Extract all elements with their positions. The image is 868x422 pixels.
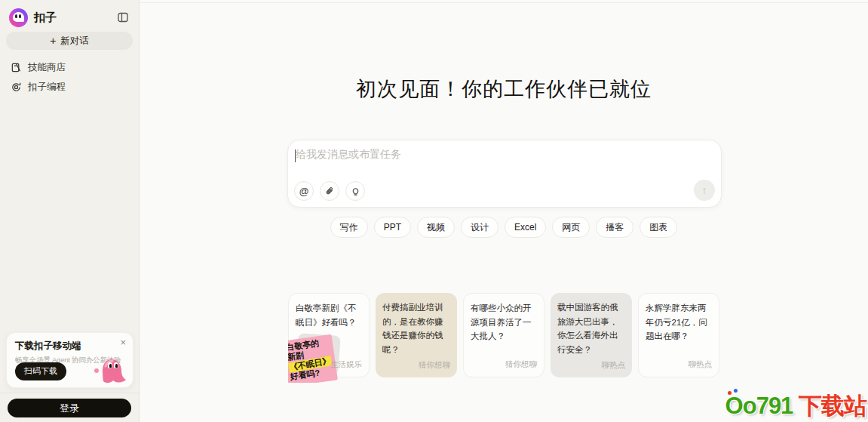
watermark-red-text: 下载站 (799, 393, 866, 419)
sidebar-divider (0, 393, 139, 393)
scan-download-button[interactable]: 扫码下载 (15, 362, 66, 380)
send-button[interactable]: ↑ (694, 180, 715, 201)
download-app-card: 下载扣子移动端 × 畅享全场景 Agent 协同办公新体验 扫码下载 (6, 332, 133, 388)
card-tag: 猜你想聊 (419, 359, 450, 371)
attach-button[interactable] (320, 181, 339, 201)
ideas-button[interactable] (345, 181, 365, 201)
red-dot-icon (728, 391, 732, 395)
sidebar-nav: 技能商店 扣子编程 (6, 57, 133, 97)
sidebar-item-coze-coding[interactable]: 扣子编程 (6, 77, 133, 97)
suggestion-card[interactable]: 付费搞副业培训的，是在教你赚钱还是赚你的钱呢？ 猜你想聊 (376, 293, 457, 377)
mention-button[interactable]: @ (294, 181, 314, 201)
coze-logo-icon (9, 8, 28, 27)
site-watermark: Oo791 下载站 (725, 390, 866, 422)
card-text: 永辉学胖东来两年仍亏21亿，问题出在哪？ (646, 303, 707, 340)
card-text: 付费搞副业培训的，是在教你赚钱还是赚你的钱呢？ (382, 303, 443, 354)
chip-chart[interactable]: 图表 (639, 217, 677, 238)
store-icon (11, 62, 22, 73)
suggestion-card[interactable]: 永辉学胖东来两年仍亏21亿，问题出在哪？ 聊热点 (638, 293, 719, 377)
pink-ghost-mascot (87, 353, 127, 386)
app-title: 扣子 (34, 11, 57, 25)
page-title: 初次见面！你的工作伙伴已就位 (140, 75, 868, 103)
lightbulb-icon (351, 186, 360, 196)
chip-design[interactable]: 设计 (461, 217, 498, 238)
app-window: 扣子 + 新对话 技能商店 扣子编程 (0, 0, 868, 422)
top-divider (140, 2, 868, 3)
category-chips: 写作 PPT 视频 设计 Excel 网页 播客 图表 (140, 217, 868, 238)
chip-ppt[interactable]: PPT (374, 217, 411, 238)
sidebar: 扣子 + 新对话 技能商店 扣子编程 (0, 0, 140, 422)
card-tag: 生活娱乐 (330, 358, 362, 371)
chip-excel[interactable]: Excel (505, 217, 546, 238)
card-tag: 聊热点 (602, 359, 626, 371)
card-tag: 聊热点 (689, 358, 713, 371)
main-content: 初次见面！你的工作伙伴已就位 @ (140, 0, 868, 422)
logo-row: 扣子 (9, 8, 131, 27)
watermark-green-text: Oo791 (725, 393, 799, 419)
paperclip-icon (325, 186, 335, 196)
arrow-up-icon: ↑ (702, 184, 707, 196)
ghost-face-icon (13, 12, 24, 22)
chip-webpage[interactable]: 网页 (552, 217, 590, 238)
card-tag: 猜你想聊 (505, 358, 537, 371)
card-text: 白敬亭新剧《不眠日》好看吗？ (296, 303, 357, 327)
code-loop-icon (11, 82, 22, 93)
plus-icon: + (50, 35, 56, 46)
chip-video[interactable]: 视频 (417, 217, 455, 238)
download-card-title: 下载扣子移动端 (15, 340, 124, 353)
card-text: 有哪些小众的开源项目养活了一大批人？ (471, 303, 532, 340)
suggestion-card[interactable]: 有哪些小众的开源项目养活了一大批人？ 猜你想聊 (463, 293, 544, 377)
at-icon: @ (299, 186, 308, 197)
message-input[interactable] (296, 148, 713, 175)
suggestion-card[interactable]: 白敬亭新剧《不眠日》好看吗？ 白敬亭的 新剧 《不眠日》 好看吗? 生活娱乐 (288, 293, 370, 377)
new-chat-label: 新对话 (60, 35, 89, 48)
sidebar-item-label: 扣子编程 (28, 81, 66, 94)
close-icon[interactable]: × (120, 337, 126, 347)
new-chat-button[interactable]: + 新对话 (6, 32, 133, 50)
card-text: 载中国游客的俄旅游大巴出事，你怎么看海外出行安全？ (557, 303, 618, 354)
sidebar-item-label: 技能商店 (28, 61, 66, 74)
suggestion-card[interactable]: 载中国游客的俄旅游大巴出事，你怎么看海外出行安全？ 聊热点 (551, 293, 632, 377)
card-thumbnail: 白敬亭的 新剧 《不眠日》 好看吗? (288, 330, 345, 383)
login-button[interactable]: 登录 (8, 399, 131, 417)
sidebar-collapse-icon[interactable] (115, 9, 131, 26)
chip-podcast[interactable]: 播客 (596, 217, 633, 238)
chip-writing[interactable]: 写作 (330, 217, 368, 238)
suggestion-cards: 白敬亭新剧《不眠日》好看吗？ 白敬亭的 新剧 《不眠日》 好看吗? 生活娱乐 付… (288, 293, 721, 377)
sidebar-item-skill-store[interactable]: 技能商店 (6, 57, 133, 77)
message-composer: @ ↑ (287, 140, 722, 208)
blue-dot-icon (734, 389, 738, 393)
composer-tools: @ (294, 181, 365, 201)
